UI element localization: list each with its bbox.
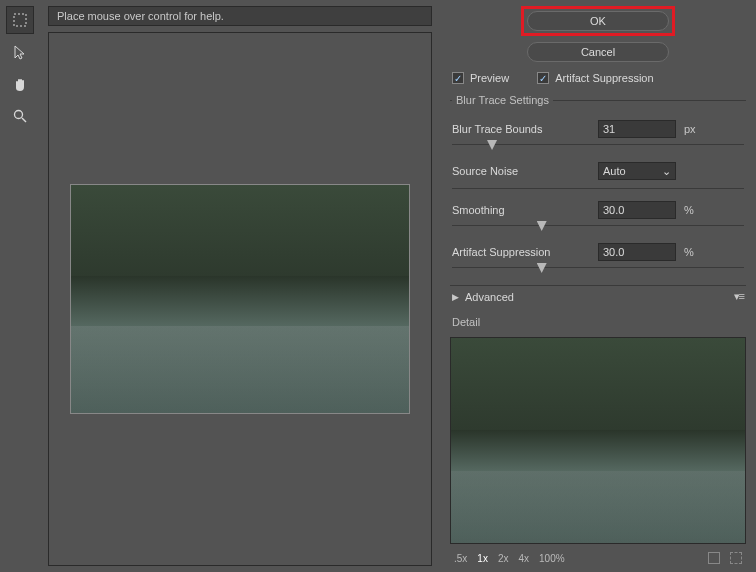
smoothing-slider[interactable] [452, 221, 744, 231]
zoom-4x[interactable]: 4x [518, 553, 529, 564]
checkbox-icon: ✓ [537, 72, 549, 84]
svg-rect-0 [14, 14, 26, 26]
slider-thumb-icon [487, 140, 497, 150]
suppression-input[interactable] [598, 243, 676, 261]
panel-menu-icon[interactable]: ▾≡ [734, 290, 744, 303]
hint-bar: Place mouse over control for help. [48, 6, 432, 26]
bounds-label: Blur Trace Bounds [452, 123, 590, 135]
direct-select-tool[interactable] [6, 38, 34, 66]
marquee-icon [12, 12, 28, 28]
hand-icon [12, 76, 28, 92]
smoothing-label: Smoothing [452, 204, 590, 216]
suppression-slider[interactable] [452, 263, 744, 273]
dock-icon[interactable] [730, 552, 742, 564]
detail-loupe[interactable] [450, 337, 746, 544]
tool-palette [0, 0, 40, 572]
bounds-unit: px [684, 123, 700, 135]
noise-select[interactable]: Auto ⌄ [598, 162, 676, 180]
triangle-right-icon: ▶ [452, 292, 459, 302]
zoom-0-5x[interactable]: .5x [454, 553, 467, 564]
chevron-down-icon: ⌄ [662, 165, 671, 178]
smoothing-input[interactable] [598, 201, 676, 219]
bounds-input[interactable] [598, 120, 676, 138]
zoom-tool[interactable] [6, 102, 34, 130]
preview-pane: Place mouse over control for help. [40, 0, 440, 572]
checkbox-icon: ✓ [452, 72, 464, 84]
detail-title: Detail [450, 313, 746, 331]
preview-label: Preview [470, 72, 509, 84]
advanced-disclosure[interactable]: ▶ Advanced ▾≡ [450, 285, 746, 307]
preview-checkbox[interactable]: ✓ Preview [452, 72, 509, 84]
slider-thumb-icon [537, 221, 547, 231]
zoom-100pct[interactable]: 100% [539, 553, 565, 564]
smoothing-unit: % [684, 204, 700, 216]
hand-tool[interactable] [6, 70, 34, 98]
zoom-1x[interactable]: 1x [477, 553, 488, 564]
ok-highlight: OK [521, 6, 675, 36]
svg-point-1 [15, 111, 23, 119]
undock-icon[interactable] [708, 552, 720, 564]
ok-button[interactable]: OK [527, 11, 669, 31]
advanced-label: Advanced [465, 291, 514, 303]
zoom-icon [12, 108, 28, 124]
group-title: Blur Trace Settings [452, 94, 553, 106]
selection-tool[interactable] [6, 6, 34, 34]
suppression-unit: % [684, 246, 700, 258]
suppression-label: Artifact Suppression [452, 246, 590, 258]
bounds-slider[interactable] [452, 140, 744, 150]
artifact-suppression-checkbox[interactable]: ✓ Artifact Suppression [537, 72, 653, 84]
svg-line-2 [22, 118, 26, 122]
artifact-label: Artifact Suppression [555, 72, 653, 84]
detail-footer: .5x 1x 2x 4x 100% [450, 550, 746, 566]
slider-thumb-icon [537, 263, 547, 273]
preview-canvas[interactable] [48, 32, 432, 566]
preview-image [70, 184, 410, 414]
settings-pane: OK Cancel ✓ Preview ✓ Artifact Suppressi… [440, 0, 756, 572]
noise-label: Source Noise [452, 165, 590, 177]
pointer-icon [12, 44, 28, 60]
zoom-2x[interactable]: 2x [498, 553, 509, 564]
blur-trace-settings-group: Blur Trace Settings Blur Trace Bounds px… [450, 94, 746, 279]
cancel-button[interactable]: Cancel [527, 42, 669, 62]
